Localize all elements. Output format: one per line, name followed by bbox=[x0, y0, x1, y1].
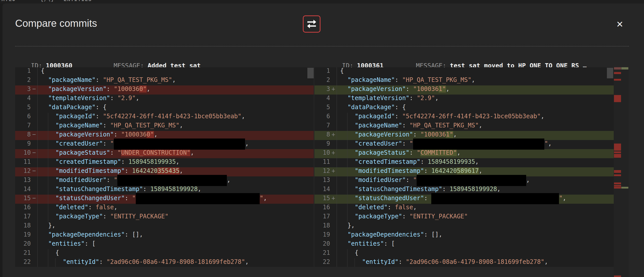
indent-guide bbox=[55, 258, 56, 267]
line-gutter: 9 bbox=[15, 140, 38, 149]
diff-editor-modified[interactable]: 1{2 "packageName": "HP_QA_TEST_PKG_MS",3… bbox=[314, 67, 614, 267]
json-punct: , bbox=[526, 176, 530, 183]
line-number: 10 bbox=[314, 149, 330, 158]
json-punct: , bbox=[497, 186, 500, 193]
diff-sign bbox=[330, 104, 337, 113]
line-number: 19 bbox=[314, 231, 330, 240]
diff-overview-ruler[interactable] bbox=[614, 67, 629, 277]
json-punct: : bbox=[121, 158, 128, 165]
diff-sign: − bbox=[31, 131, 37, 140]
json-punct: : bbox=[106, 85, 114, 93]
json-punct: , bbox=[198, 186, 201, 193]
code-text: "entities": [ bbox=[38, 240, 96, 249]
code-line: 7 "packageName": "HP_QA_TEST_PKG_MS", bbox=[15, 122, 314, 131]
code-line: 15− "statusChangedUser": "", bbox=[15, 195, 314, 204]
json-string: UNDER_CONSTRUCTION" bbox=[121, 149, 191, 156]
line-gutter: 3+ bbox=[314, 85, 337, 95]
json-key: "dataPackage" bbox=[340, 104, 395, 111]
json-key: "modifiedTimestamp" bbox=[41, 167, 125, 174]
json-string: " bbox=[132, 195, 136, 202]
line-number: 18 bbox=[15, 222, 31, 231]
diff-sign: − bbox=[31, 195, 37, 204]
diff-sign bbox=[31, 213, 37, 222]
code-text: "deleted": false, bbox=[337, 204, 417, 213]
json-punct: : bbox=[103, 122, 110, 129]
code-text: { bbox=[337, 67, 344, 76]
json-punct: : { bbox=[395, 104, 406, 111]
json-string: "2ad96c06-08a6-4179-8908-181699feb278" bbox=[106, 258, 245, 265]
right-editor-scrollbar-thumb[interactable] bbox=[607, 68, 613, 78]
ruler-mark bbox=[614, 170, 621, 173]
diff-sign bbox=[31, 231, 37, 240]
code-line: 6 "packageId": "5cf42274-26ff-414f-b423-… bbox=[314, 113, 614, 122]
diff-sign bbox=[330, 231, 337, 240]
redaction-box bbox=[417, 175, 526, 186]
diff-sign bbox=[31, 158, 37, 167]
code-line: 7 "packageName": "HP_QA_TEST_PKG_MS", bbox=[314, 122, 614, 131]
diff-sign bbox=[330, 213, 337, 222]
line-gutter: 12− bbox=[15, 167, 38, 176]
line-gutter: 8+ bbox=[314, 131, 337, 140]
code-text: "packageType": "ENTITY_PACKAGE" bbox=[337, 213, 468, 222]
left-editor-scrollbar-thumb[interactable] bbox=[307, 68, 314, 78]
line-number: 4 bbox=[15, 95, 31, 104]
line-gutter: 2 bbox=[314, 76, 337, 85]
code-line: 5 "dataPackage": { bbox=[15, 104, 314, 113]
json-string: "100036 bbox=[121, 131, 147, 138]
json-punct: , bbox=[435, 95, 439, 102]
line-number: 4 bbox=[314, 95, 330, 104]
indent-guide bbox=[48, 113, 48, 222]
code-line: 17 "packageType": "ENTITY_PACKAGE" bbox=[314, 213, 614, 222]
redaction-box bbox=[413, 138, 544, 150]
diff-sign bbox=[330, 258, 337, 267]
background-app-tab-entities: ENTITIES bbox=[64, 0, 92, 2]
code-text: "dataPackage": { bbox=[38, 104, 106, 113]
json-punct: , bbox=[263, 195, 267, 202]
line-gutter: 21 bbox=[314, 249, 337, 258]
code-text: "createdTimestamp": 1589458199935, bbox=[337, 158, 479, 167]
json-punct: , bbox=[541, 113, 544, 120]
line-number: 2 bbox=[314, 76, 330, 85]
line-gutter: 7 bbox=[15, 122, 38, 131]
json-punct: , bbox=[453, 131, 457, 138]
code-line: 18 }, bbox=[314, 222, 614, 231]
diff-sign bbox=[330, 249, 337, 258]
json-punct: , bbox=[172, 76, 176, 83]
line-gutter: 18 bbox=[15, 222, 38, 231]
code-text: "statusChangedUser": ", bbox=[337, 195, 566, 204]
ruler-mark bbox=[614, 151, 621, 153]
json-key: "packageVersion" bbox=[41, 85, 106, 93]
line-number: 3 bbox=[15, 85, 31, 95]
json-string: " bbox=[559, 195, 562, 202]
json-key: "modifiedUser" bbox=[340, 176, 406, 183]
json-string: "HP_QA_TEST_PKG_MS" bbox=[110, 122, 180, 129]
ruler-mark bbox=[614, 95, 621, 102]
json-key: "packageId" bbox=[41, 113, 96, 120]
diff-sign bbox=[330, 204, 337, 213]
diff-sign bbox=[31, 76, 37, 85]
json-key: "statusChangedTimestamp" bbox=[41, 186, 143, 193]
close-button[interactable]: ✕ bbox=[614, 18, 626, 30]
json-punct: , bbox=[154, 131, 157, 138]
json-punct: , bbox=[479, 167, 482, 174]
line-gutter: 11 bbox=[15, 158, 38, 167]
diff-sign bbox=[31, 113, 37, 122]
json-number: 589617 bbox=[457, 167, 479, 174]
json-string: "2ad96c06-08a6-4179-8908-181699feb278" bbox=[406, 258, 544, 265]
line-number: 20 bbox=[15, 240, 31, 249]
line-gutter: 2 bbox=[15, 76, 38, 85]
json-punct: : [], bbox=[125, 231, 143, 238]
swap-sides-button[interactable] bbox=[303, 15, 320, 33]
line-number: 17 bbox=[15, 213, 31, 222]
code-line: 2 "packageName": "HP_QA_TEST_PKG_MS", bbox=[314, 76, 614, 85]
diff-editor-original[interactable]: 1{2 "packageName": "HP_QA_TEST_PKG_MS",3… bbox=[15, 67, 314, 267]
json-punct: , bbox=[471, 76, 475, 83]
json-punct: : bbox=[402, 213, 410, 220]
ruler-mark bbox=[621, 67, 628, 70]
line-gutter: 14 bbox=[314, 186, 337, 195]
line-number: 15 bbox=[314, 195, 330, 204]
json-punct: , bbox=[241, 113, 245, 120]
diff-sign: − bbox=[31, 149, 37, 158]
json-string: "5cf42274-26ff-414f-b423-1bce05bb3eab" bbox=[103, 113, 241, 120]
ruler-mark bbox=[621, 187, 628, 189]
